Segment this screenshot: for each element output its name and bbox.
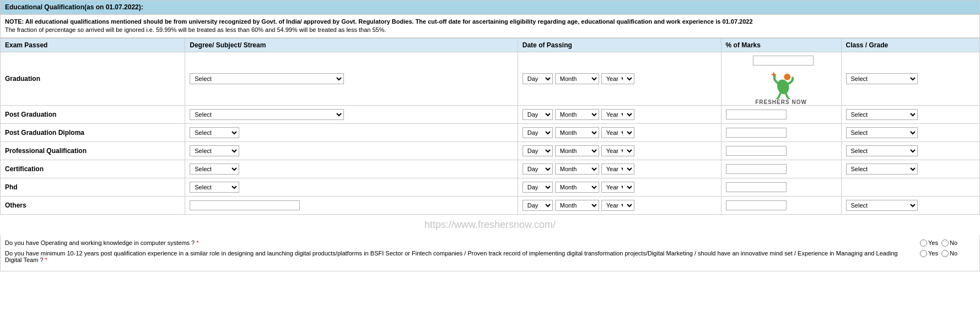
table-row: Professional Qualification Select Day ▼ … xyxy=(1,141,980,160)
radio-yes-label-2: Yes xyxy=(928,250,938,257)
date-cell-certification: Day ▼ Month Year ▼ xyxy=(518,160,721,178)
certification-degree-select[interactable]: Select xyxy=(190,164,239,175)
phd-year-select[interactable]: Year ▼ xyxy=(601,182,634,193)
pg-diploma-marks-input[interactable] xyxy=(726,128,787,138)
grade-cell-others: Select xyxy=(841,196,980,214)
post-graduation-month-select[interactable]: Month xyxy=(555,109,599,120)
radio-yes-2[interactable]: Yes xyxy=(920,250,938,257)
education-table: Exam Passed Degree/ Subject/ Stream Date… xyxy=(0,38,980,215)
marks-cell-post-graduation xyxy=(721,105,841,123)
radio-group-1: Yes No xyxy=(920,239,975,247)
others-year-select[interactable]: Year ▼ xyxy=(601,200,634,211)
phd-day-select[interactable]: Day ▼ xyxy=(523,182,553,193)
note-normal: The fraction of percentage so arrived wi… xyxy=(5,26,386,33)
question-row-2: Do you have minimum 10-12 years post qua… xyxy=(5,250,975,263)
row-label-phd: Phd xyxy=(1,178,185,196)
others-marks-input[interactable] xyxy=(726,200,787,210)
graduation-degree-select[interactable]: Select xyxy=(190,73,344,84)
radio-no-input-1[interactable] xyxy=(941,239,949,247)
marks-cell-phd xyxy=(721,178,841,196)
pg-diploma-grade-select[interactable]: Select xyxy=(846,127,918,138)
radio-yes-input-2[interactable] xyxy=(920,250,927,257)
row-label-pg-diploma: Post Graduation Diploma xyxy=(1,123,185,141)
post-graduation-year-select[interactable]: Year ▼ xyxy=(601,109,634,120)
phd-month-select[interactable]: Month xyxy=(555,182,599,193)
grade-cell-graduation: Select xyxy=(841,52,980,105)
degree-cell-post-graduation: Select xyxy=(185,105,518,123)
date-cell-pg-diploma: Day ▼ Month Year ▼ xyxy=(518,123,721,141)
graduation-day-select[interactable]: Day ▼ xyxy=(523,73,553,84)
date-cell-post-graduation: Day ▼ Month Year ▼ xyxy=(518,105,721,123)
professional-day-select[interactable]: Day ▼ xyxy=(523,145,553,156)
professional-month-select[interactable]: Month xyxy=(555,145,599,156)
question-row-1: Do you have Operating and working knowle… xyxy=(5,239,975,247)
marks-cell-graduation: FRESHERS NOW xyxy=(721,52,841,105)
professional-degree-select[interactable]: Select xyxy=(190,145,239,156)
marks-cell-certification xyxy=(721,160,841,178)
certification-day-select[interactable]: Day ▼ xyxy=(523,164,553,175)
certification-month-select[interactable]: Month xyxy=(555,164,599,175)
radio-no-2[interactable]: No xyxy=(941,250,957,257)
radio-yes-label-1: Yes xyxy=(928,239,938,246)
professional-grade-select[interactable]: Select xyxy=(846,145,918,156)
freshers-logo-text: FRESHERS NOW xyxy=(755,99,807,105)
graduation-marks-input[interactable] xyxy=(753,56,814,66)
grade-cell-post-graduation: Select xyxy=(841,105,980,123)
others-day-select[interactable]: Day ▼ xyxy=(523,200,553,211)
date-cell-graduation: Day ▼ Month Year ▼ xyxy=(518,52,721,105)
col-date: Date of Passing xyxy=(518,38,721,52)
radio-group-2: Yes No xyxy=(920,250,975,257)
watermark: https://www.freshersnow.com/ xyxy=(0,215,980,235)
certification-marks-input[interactable] xyxy=(726,164,787,174)
degree-cell-professional: Select xyxy=(185,141,518,160)
row-label-certification: Certification xyxy=(1,160,185,178)
certification-year-select[interactable]: Year ▼ xyxy=(601,164,634,175)
certification-grade-select[interactable]: Select xyxy=(846,164,918,175)
degree-cell-graduation: Select xyxy=(185,52,518,105)
phd-marks-input[interactable] xyxy=(726,182,787,192)
date-cell-professional: Day ▼ Month Year ▼ xyxy=(518,141,721,160)
table-row: Post Graduation Diploma Select Day ▼ Mon… xyxy=(1,123,980,141)
question-text-2: Do you have minimum 10-12 years post qua… xyxy=(5,250,909,263)
professional-marks-input[interactable] xyxy=(726,146,787,156)
svg-point-1 xyxy=(776,78,790,96)
post-graduation-day-select[interactable]: Day ▼ xyxy=(523,109,553,120)
marks-cell-professional xyxy=(721,141,841,160)
grade-cell-certification: Select xyxy=(841,160,980,178)
pg-diploma-month-select[interactable]: Month xyxy=(555,127,599,138)
question-text-1: Do you have Operating and working knowle… xyxy=(5,239,909,246)
graduation-year-select[interactable]: Year ▼ xyxy=(601,73,634,84)
post-graduation-grade-select[interactable]: Select xyxy=(846,109,918,120)
section-title: Educational Qualification(as on 01.07.20… xyxy=(5,3,143,11)
others-month-select[interactable]: Month xyxy=(555,200,599,211)
radio-no-label-2: No xyxy=(950,250,957,257)
radio-no-input-2[interactable] xyxy=(941,250,949,257)
post-graduation-degree-select[interactable]: Select xyxy=(190,109,344,120)
professional-year-select[interactable]: Year ▼ xyxy=(601,145,634,156)
radio-yes-input-1[interactable] xyxy=(920,239,927,247)
table-row: Phd Select Day ▼ Month Year ▼ xyxy=(1,178,980,196)
note-bold: NOTE: All educational qualifications men… xyxy=(5,18,753,25)
others-text-input[interactable] xyxy=(190,200,300,210)
pg-diploma-year-select[interactable]: Year ▼ xyxy=(601,127,634,138)
grade-cell-phd xyxy=(841,178,980,196)
row-label-professional: Professional Qualification xyxy=(1,141,185,160)
graduation-grade-select[interactable]: Select xyxy=(846,73,918,84)
radio-yes-1[interactable]: Yes xyxy=(920,239,938,247)
graduation-month-select[interactable]: Month xyxy=(555,73,599,84)
date-cell-phd: Day ▼ Month Year ▼ xyxy=(518,178,721,196)
col-marks: % of Marks xyxy=(721,38,841,52)
grade-cell-pg-diploma: Select xyxy=(841,123,980,141)
section-header: Educational Qualification(as on 01.07.20… xyxy=(0,0,980,14)
row-label-others: Others xyxy=(1,196,185,214)
table-row: Others Day ▼ Month Year ▼ xyxy=(1,196,980,214)
pg-diploma-degree-select[interactable]: Select xyxy=(190,127,239,138)
degree-cell-others xyxy=(185,196,518,214)
svg-point-0 xyxy=(784,74,790,80)
phd-degree-select[interactable]: Select xyxy=(190,182,239,193)
col-exam: Exam Passed xyxy=(1,38,185,52)
pg-diploma-day-select[interactable]: Day ▼ xyxy=(523,127,553,138)
post-graduation-marks-input[interactable] xyxy=(726,110,787,119)
radio-no-1[interactable]: No xyxy=(941,239,957,247)
others-grade-select[interactable]: Select xyxy=(846,200,918,211)
